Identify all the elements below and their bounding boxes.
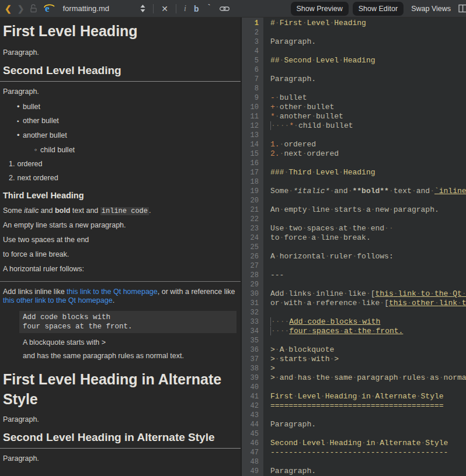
- show-preview-button[interactable]: Show Preview: [291, 2, 349, 16]
- line-number[interactable]: 42: [242, 401, 259, 411]
- line-number[interactable]: 18: [242, 177, 259, 187]
- line-number[interactable]: 17: [242, 168, 259, 177]
- back-icon[interactable]: ❮: [5, 5, 12, 13]
- editor-line[interactable]: ---: [270, 271, 466, 280]
- editor-line[interactable]: [270, 261, 466, 271]
- editor-line[interactable]: >·A·blockquote: [270, 345, 466, 355]
- line-number[interactable]: 35: [242, 336, 259, 345]
- split-view-icon[interactable]: [458, 4, 466, 13]
- line-number[interactable]: 9: [242, 93, 259, 103]
- line-number[interactable]: 37: [242, 355, 259, 364]
- line-number[interactable]: 39: [242, 373, 259, 383]
- editor-line[interactable]: [270, 159, 466, 168]
- line-number[interactable]: 22: [242, 215, 259, 224]
- line-number[interactable]: 43: [242, 411, 259, 420]
- line-number[interactable]: 8: [242, 84, 259, 93]
- editor-line[interactable]: [270, 215, 466, 224]
- editor-line[interactable]: ###·Third·Level·Heading: [270, 168, 466, 177]
- up-down-arrows-icon[interactable]: [140, 5, 145, 12]
- editor-line[interactable]: +·other·bullet: [270, 103, 466, 112]
- editor-line[interactable]: [270, 47, 466, 56]
- line-number[interactable]: 20: [242, 196, 259, 205]
- line-number[interactable]: 28: [242, 271, 259, 280]
- editor-line[interactable]: >: [270, 364, 466, 373]
- inline-code-button[interactable]: `: [207, 4, 212, 13]
- line-number[interactable]: 4: [242, 47, 259, 56]
- line-number[interactable]: 30: [242, 289, 259, 299]
- editor-line[interactable]: *·another·bullet: [270, 112, 466, 121]
- editor-line[interactable]: ····*·child·bullet: [270, 121, 466, 131]
- line-number[interactable]: 11: [242, 112, 259, 121]
- editor-line[interactable]: [270, 280, 466, 289]
- line-number[interactable]: 25: [242, 243, 259, 252]
- markdown-preview-pane[interactable]: First Level Heading Paragraph. Second Le…: [0, 18, 242, 476]
- editor-line[interactable]: Paragraph.: [270, 37, 466, 47]
- line-number[interactable]: 19: [242, 187, 259, 196]
- editor-line[interactable]: [270, 411, 466, 420]
- editor-line[interactable]: An·empty·line·starts·a·new·paragraph.: [270, 205, 466, 215]
- editor-line[interactable]: >·and·has·the·same·paragraph·rules·as·no…: [270, 373, 466, 383]
- close-icon[interactable]: ✕: [161, 4, 168, 13]
- italic-button[interactable]: i: [184, 4, 186, 13]
- line-number[interactable]: 5: [242, 56, 259, 65]
- line-number[interactable]: 31: [242, 299, 259, 308]
- editor-line[interactable]: Paragraph.: [270, 75, 466, 84]
- line-number[interactable]: 24: [242, 233, 259, 243]
- line-number[interactable]: 10: [242, 103, 259, 112]
- line-number[interactable]: 44: [242, 420, 259, 429]
- line-number[interactable]: 3: [242, 37, 259, 47]
- editor-line[interactable]: [270, 196, 466, 205]
- editor-line[interactable]: #·First·Level·Heading: [270, 19, 466, 28]
- line-number[interactable]: 2: [242, 28, 259, 37]
- line-number[interactable]: 26: [242, 252, 259, 261]
- line-number[interactable]: 15: [242, 149, 259, 159]
- editor-line[interactable]: ======================================: [270, 401, 466, 411]
- line-number[interactable]: 14: [242, 140, 259, 149]
- editor-line[interactable]: Paragraph.: [270, 467, 466, 476]
- line-number[interactable]: 16: [242, 159, 259, 168]
- editor-line[interactable]: or·with·a·reference·like·[this·other·lin…: [270, 299, 466, 308]
- link[interactable]: this other link to the Qt homepage: [3, 296, 113, 304]
- line-number[interactable]: 23: [242, 224, 259, 233]
- editor-line[interactable]: -·bullet: [270, 93, 466, 103]
- line-number[interactable]: 7: [242, 75, 259, 84]
- line-number[interactable]: 12: [242, 121, 259, 131]
- editor-line[interactable]: >·starts·with·>: [270, 355, 466, 364]
- line-number[interactable]: 27: [242, 261, 259, 271]
- line-number[interactable]: 29: [242, 280, 259, 289]
- line-number[interactable]: 48: [242, 457, 259, 467]
- forward-icon[interactable]: ❯: [18, 5, 25, 13]
- editor-line[interactable]: Second·Level·Heading·in·Alternate·Style: [270, 439, 466, 448]
- bold-button[interactable]: b: [194, 4, 199, 13]
- show-editor-button[interactable]: Show Editor: [353, 2, 404, 16]
- line-number[interactable]: 40: [242, 383, 259, 392]
- line-number[interactable]: 46: [242, 439, 259, 448]
- markdown-editor-pane[interactable]: #·First·Level·HeadingParagraph.##·Second…: [263, 18, 466, 476]
- line-number[interactable]: 45: [242, 429, 259, 439]
- swap-views-button[interactable]: Swap Views: [408, 2, 454, 16]
- line-number[interactable]: 21: [242, 205, 259, 215]
- editor-line[interactable]: [270, 177, 466, 187]
- line-number-gutter[interactable]: 1234567891011121314151617181920212223242…: [242, 18, 263, 476]
- editor-line[interactable]: A·horizontal·ruler·follows:: [270, 252, 466, 261]
- editor-line[interactable]: ##·Second·Level·Heading: [270, 56, 466, 65]
- editor-line[interactable]: [270, 383, 466, 392]
- editor-line[interactable]: ---------------------------------------: [270, 448, 466, 457]
- editor-line[interactable]: 1.·ordered: [270, 140, 466, 149]
- line-number[interactable]: 49: [242, 467, 259, 476]
- line-number[interactable]: 47: [242, 448, 259, 457]
- editor-line[interactable]: [270, 336, 466, 345]
- editor-line[interactable]: Some·*italic*·and·**bold**·text·and·`inl…: [270, 187, 466, 196]
- line-number[interactable]: 36: [242, 345, 259, 355]
- editor-line[interactable]: [270, 84, 466, 93]
- editor-line[interactable]: [270, 131, 466, 140]
- editor-line[interactable]: First·Level·Heading·in·Alternate·Style: [270, 392, 466, 401]
- line-number[interactable]: 33: [242, 317, 259, 327]
- link[interactable]: this link to the Qt homepage: [67, 288, 158, 296]
- editor-line[interactable]: 2.·next·ordered: [270, 149, 466, 159]
- editor-line[interactable]: ····Add·code·blocks·with: [270, 317, 466, 327]
- line-number[interactable]: 1: [242, 19, 259, 28]
- editor-line[interactable]: Use·two·spaces·at·the·end··: [270, 224, 466, 233]
- editor-line[interactable]: Add·links·inline·like·[this·link·to·the·…: [270, 289, 466, 299]
- unlock-icon[interactable]: [30, 4, 37, 13]
